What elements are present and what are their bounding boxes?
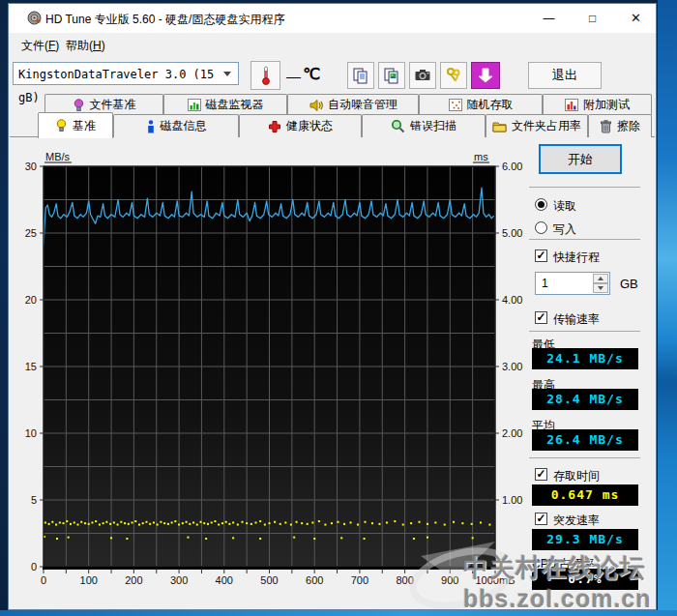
temperature-value: —	[286, 68, 301, 84]
separator	[529, 331, 640, 332]
tab-disk-info[interactable]: 磁盘信息	[113, 114, 239, 137]
keys-button[interactable]	[440, 62, 467, 89]
desktop-wallpaper-bottom	[0, 610, 677, 616]
file-benchmark-icon	[73, 99, 85, 112]
menu-bar: 文件(F) 帮助(H)	[9, 33, 656, 57]
tab-random-access[interactable]: 随机存取	[419, 94, 543, 115]
burst-rate-value: 29.3 MB/s	[532, 529, 638, 550]
tab-disk-monitor[interactable]: 磁盘监视器	[163, 94, 287, 115]
temperature-button[interactable]	[250, 61, 280, 90]
trash-icon	[600, 120, 612, 133]
hdtune-window: HD Tune 专业版 5.60 - 硬盘/固态硬盘实用程序 — □ ✕ 文件(…	[8, 3, 657, 610]
camera-icon	[414, 68, 431, 83]
desktop-wallpaper-right	[658, 0, 677, 616]
close-button[interactable]: ✕	[614, 4, 658, 33]
folder-icon	[492, 120, 507, 132]
copy-text-button[interactable]	[347, 62, 374, 89]
access-time-label: 存取时间	[553, 468, 600, 484]
extra-tests-icon	[565, 99, 578, 111]
short-stroke-label: 快捷行程	[553, 249, 600, 266]
menu-help[interactable]: 帮助(H)	[61, 37, 110, 54]
minimize-button[interactable]: —	[527, 4, 571, 33]
burst-rate-checkbox[interactable]: ✓	[535, 513, 547, 525]
tab-error-scan[interactable]: 错误扫描	[362, 114, 486, 137]
access-time-value: 0.647 ms	[532, 484, 638, 506]
download-arrow-icon	[478, 67, 493, 84]
tab-health[interactable]: 健康状态	[239, 114, 362, 137]
transfer-rate-checkbox[interactable]: ✓	[535, 311, 547, 324]
chevron-down-icon	[223, 72, 231, 76]
tab-extra-tests[interactable]: 附加测试	[543, 94, 652, 115]
maximum-value: 28.4 MB/s	[532, 389, 638, 410]
burst-rate-label: 突发速率	[553, 513, 600, 529]
title-bar: HD Tune 专业版 5.60 - 硬盘/固态硬盘实用程序 — □ ✕	[9, 4, 656, 33]
temperature-unit: ℃	[303, 65, 320, 83]
maximize-button[interactable]: □	[571, 4, 614, 33]
cpu-usage-value: 0.7%	[532, 569, 638, 590]
tab-benchmark[interactable]: 基准	[38, 112, 113, 138]
capacity-input[interactable]: 1	[535, 272, 610, 295]
average-value: 26.4 MB/s	[532, 429, 638, 451]
write-radio[interactable]	[535, 221, 547, 234]
capacity-unit-label: GB	[620, 277, 638, 291]
start-button[interactable]: 开始	[539, 144, 622, 174]
copy-text-icon	[352, 67, 369, 84]
spin-down-button[interactable]	[593, 283, 608, 293]
thermometer-icon	[260, 65, 272, 86]
separator	[529, 239, 640, 240]
copy-image-icon	[383, 67, 400, 84]
update-button[interactable]	[471, 62, 500, 89]
tab-erase[interactable]: 擦除	[588, 114, 652, 137]
speaker-icon	[309, 99, 323, 112]
health-icon	[268, 120, 281, 133]
app-icon	[27, 11, 42, 25]
read-radio[interactable]	[535, 198, 547, 211]
benchmark-icon	[55, 119, 68, 132]
copy-image-button[interactable]	[378, 62, 405, 89]
tab-aam[interactable]: 自动噪音管理	[287, 94, 419, 115]
tab-folder-usage[interactable]: 文件夹占用率	[486, 114, 588, 137]
separator	[529, 457, 640, 458]
exit-button[interactable]: 退出	[528, 62, 602, 89]
drive-select[interactable]: KingstonDataTraveler 3.0 (15 gB)	[13, 62, 239, 85]
random-access-icon	[449, 99, 462, 111]
transfer-rate-label: 传输速率	[553, 311, 600, 328]
access-time-checkbox[interactable]: ✓	[535, 468, 547, 481]
disk-info-icon	[146, 120, 156, 133]
magnifier-icon	[391, 119, 405, 133]
desktop: HD Tune 专业版 5.60 - 硬盘/固态硬盘实用程序 — □ ✕ 文件(…	[0, 0, 677, 616]
menu-file[interactable]: 文件(F)	[16, 37, 64, 54]
toolbar: KingstonDataTraveler 3.0 (15 gB) — ℃ 退出	[9, 57, 656, 96]
short-stroke-checkbox[interactable]: ✓	[535, 249, 547, 262]
keys-icon	[445, 67, 462, 84]
minimum-value: 24.1 MB/s	[532, 348, 638, 369]
disk-monitor-icon	[188, 99, 201, 111]
window-title: HD Tune 专业版 5.60 - 硬盘/固态硬盘实用程序	[45, 12, 284, 28]
write-label: 写入	[553, 221, 576, 238]
separator	[529, 187, 640, 188]
read-label: 读取	[553, 198, 576, 215]
capacity-value: 1	[542, 277, 548, 290]
spin-up-button[interactable]	[593, 274, 608, 283]
screenshot-button[interactable]	[409, 62, 436, 89]
